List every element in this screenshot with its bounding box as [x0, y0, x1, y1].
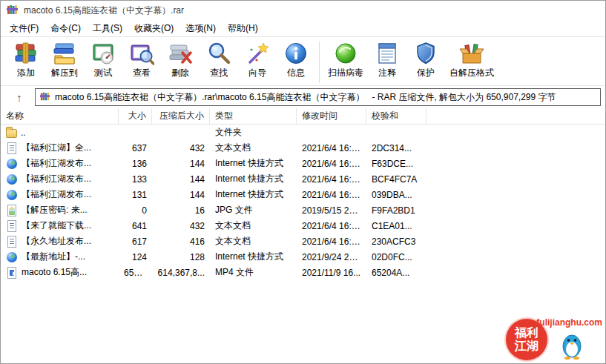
- internet-shortcut-icon: [7, 190, 17, 200]
- file-type: Internet 快捷方式: [210, 173, 297, 185]
- jpg-file-icon: [7, 205, 16, 216]
- winrar-window: macoto 6.15高能连衣裙（中文字幕）.rar 文件(F) 命令(C) 工…: [0, 0, 606, 364]
- menubar: 文件(F) 命令(C) 工具(S) 收藏夹(O) 选项(N) 帮助(H): [1, 20, 605, 37]
- window-title: macoto 6.15高能连衣裙（中文字幕）.rar: [24, 4, 184, 17]
- internet-shortcut-icon: [7, 252, 17, 262]
- file-type: JPG 文件: [210, 204, 297, 216]
- toolbar-button-test[interactable]: 测试: [84, 40, 122, 81]
- table-row[interactable]: 【最新地址】-... 124 128 Internet 快捷方式 2021/9/…: [1, 249, 605, 265]
- mp4-file-icon: [7, 267, 16, 279]
- file-name: 【福利江湖发布...: [22, 173, 91, 185]
- column-header-checksum[interactable]: 校验和: [366, 108, 426, 124]
- menu-favorites[interactable]: 收藏夹(O): [128, 20, 180, 37]
- column-header-name[interactable]: 名称: [1, 108, 119, 124]
- file-modified: 2021/11/9 16...: [297, 268, 366, 278]
- up-arrow-icon: ↑: [16, 91, 22, 104]
- toolbar-button-label: 查看: [133, 67, 151, 79]
- file-packed: 614,367,8...: [152, 268, 210, 278]
- archive-info: - RAR 压缩文件, 解包大小为 650,907,299 字节: [372, 91, 556, 104]
- column-header-size[interactable]: 大小: [119, 108, 152, 124]
- file-size: 124: [119, 252, 152, 262]
- file-checksum: 65204A...: [366, 268, 426, 278]
- table-row[interactable]: macoto 6.15高... 650,904,8... 614,367,8..…: [1, 265, 605, 280]
- file-packed: 128: [152, 252, 210, 262]
- up-one-level-button[interactable]: ↑: [11, 91, 27, 104]
- table-row[interactable]: .. 文件夹: [1, 125, 605, 140]
- penguin-mascot-icon: [561, 330, 583, 362]
- menu-file[interactable]: 文件(F): [4, 20, 45, 37]
- file-size: 131: [119, 190, 152, 200]
- toolbar-separator: [319, 42, 320, 83]
- file-size: 617: [119, 236, 152, 247]
- toolbar-button-sfx[interactable]: 自解压格式: [445, 40, 498, 81]
- toolbar-button-info[interactable]: 信息: [277, 40, 315, 81]
- toolbar-button-virus-scan[interactable]: 扫描病毒: [323, 40, 368, 81]
- table-row[interactable]: 【福利江湖发布... 133 144 Internet 快捷方式 2021/6/…: [1, 171, 605, 187]
- table-row[interactable]: 【福利江湖】全... 637 432 文本文档 2021/6/4 16:07 2…: [1, 140, 605, 156]
- watermark-url: fulijianghu.com: [536, 317, 602, 328]
- file-packed: 432: [152, 143, 210, 153]
- toolbar-button-view[interactable]: 查看: [122, 40, 161, 81]
- file-size: 637: [119, 143, 152, 153]
- file-type: Internet 快捷方式: [210, 188, 297, 201]
- toolbar-button-label: 删除: [171, 67, 189, 79]
- file-name: 【来了就能下载...: [22, 219, 91, 232]
- table-row[interactable]: 【福利江湖发布... 136 144 Internet 快捷方式 2021/6/…: [1, 156, 605, 171]
- comment-icon: [375, 41, 400, 66]
- file-name: macoto 6.15高...: [22, 266, 87, 279]
- view-file-icon: [129, 41, 154, 66]
- menu-tools[interactable]: 工具(S): [87, 20, 128, 37]
- file-type: 文本文档: [210, 235, 297, 248]
- internet-shortcut-icon: [7, 159, 17, 169]
- table-row[interactable]: 【来了就能下载... 641 432 文本文档 2021/6/4 16:07 C…: [1, 218, 605, 234]
- file-name: 【最新地址】-...: [22, 251, 85, 263]
- toolbar: 添加 解压到: [1, 37, 605, 86]
- file-checksum: 039DBA...: [366, 190, 426, 200]
- toolbar-button-protect[interactable]: 保护: [406, 40, 445, 81]
- toolbar-button-add[interactable]: 添加: [7, 40, 45, 81]
- toolbar-button-find[interactable]: 查找: [200, 40, 238, 81]
- table-row[interactable]: 【福利江湖发布... 131 144 Internet 快捷方式 2021/6/…: [1, 187, 605, 202]
- file-name: 【福利江湖】全...: [22, 142, 91, 154]
- info-icon: [283, 41, 309, 66]
- delete-file-icon: [168, 41, 193, 66]
- column-header-modified[interactable]: 修改时间: [297, 108, 366, 124]
- add-archive-icon: [13, 41, 39, 66]
- file-modified: 2021/6/4 16:06: [297, 190, 366, 200]
- toolbar-button-label: 扫描病毒: [328, 67, 363, 79]
- file-name: 【解压密码: 来...: [22, 204, 88, 216]
- column-header-type[interactable]: 类型: [210, 108, 297, 124]
- toolbar-button-delete[interactable]: 删除: [161, 40, 200, 81]
- column-headers: 名称 大小 压缩后大小 类型 修改时间 校验和: [1, 108, 605, 125]
- virus-scan-icon: [333, 41, 358, 66]
- menu-commands[interactable]: 命令(C): [45, 20, 87, 37]
- toolbar-button-label: 自解压格式: [449, 67, 494, 79]
- toolbar-button-label: 查找: [210, 67, 228, 79]
- file-packed: 16: [152, 205, 210, 216]
- watermark-logo-line2: 江湖: [515, 340, 539, 353]
- menu-options[interactable]: 选项(N): [180, 20, 222, 37]
- column-header-packed[interactable]: 压缩后大小: [152, 108, 210, 124]
- extract-to-icon: [52, 41, 77, 66]
- file-size: 133: [119, 174, 152, 185]
- winrar-app-icon: [7, 4, 19, 18]
- toolbar-button-extract-to[interactable]: 解压到: [45, 40, 84, 81]
- toolbar-button-label: 注释: [378, 67, 396, 79]
- table-row[interactable]: 【解压密码: 来... 0 16 JPG 文件 2019/5/15 22... …: [1, 202, 605, 218]
- internet-shortcut-icon: [7, 174, 17, 185]
- toolbar-button-label: 保护: [417, 67, 435, 79]
- toolbar-button-comment[interactable]: 注释: [368, 40, 406, 81]
- toolbar-button-label: 解压到: [51, 67, 78, 79]
- find-icon: [206, 41, 231, 66]
- text-file-icon: [7, 236, 16, 248]
- file-type: 文件夹: [210, 126, 297, 139]
- menu-help[interactable]: 帮助(H): [222, 20, 264, 37]
- text-file-icon: [7, 142, 16, 154]
- table-row[interactable]: 【永久地址发布... 617 416 文本文档 2021/6/4 16:05 2…: [1, 234, 605, 249]
- test-archive-icon: [90, 41, 116, 66]
- address-field[interactable]: macoto 6.15高能连衣裙（中文字幕）.rar\macoto 6.15高能…: [35, 88, 601, 106]
- file-modified: 2021/9/24 21...: [297, 252, 366, 262]
- file-type: Internet 快捷方式: [210, 251, 297, 263]
- archive-path: macoto 6.15高能连衣裙（中文字幕）.rar\macoto 6.15高能…: [55, 91, 364, 104]
- toolbar-button-wizard[interactable]: 向导: [238, 40, 277, 81]
